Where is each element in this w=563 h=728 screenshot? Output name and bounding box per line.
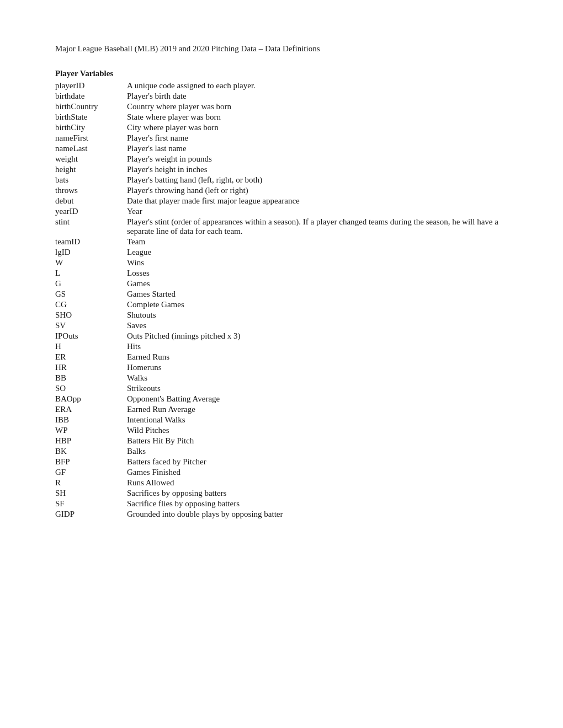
variable-name: playerID (55, 81, 127, 91)
variable-name: ERA (55, 404, 127, 415)
variable-name: IPOuts (55, 331, 127, 341)
variable-description: Player's birth date (127, 91, 508, 101)
variable-name: birthCity (55, 122, 127, 133)
table-row: HBPBatters Hit By Pitch (55, 436, 508, 446)
variable-name: BAOpp (55, 394, 127, 404)
variable-name: birthState (55, 112, 127, 122)
table-row: SHOShutouts (55, 310, 508, 320)
table-row: birthStateState where player was born (55, 112, 508, 122)
variable-name: debut (55, 196, 127, 206)
table-row: debutDate that player made first major l… (55, 196, 508, 206)
variable-description: Player's batting hand (left, right, or b… (127, 175, 508, 185)
variable-name: H (55, 341, 127, 352)
table-row: nameLastPlayer's last name (55, 143, 508, 154)
variable-name: W (55, 258, 127, 268)
variable-description: Year (127, 206, 508, 217)
variable-description: Games Finished (127, 467, 508, 478)
table-row: BKBalks (55, 446, 508, 457)
variable-description: Walks (127, 373, 508, 383)
variable-description: League (127, 247, 508, 258)
variable-description: Saves (127, 320, 508, 331)
variable-description: Batters Hit By Pitch (127, 436, 508, 446)
variable-description: Earned Run Average (127, 404, 508, 415)
variable-description: Games (127, 279, 508, 289)
variable-description: Player's last name (127, 143, 508, 154)
table-row: throwsPlayer's throwing hand (left or ri… (55, 185, 508, 196)
variable-name: BB (55, 373, 127, 383)
variable-name: nameFirst (55, 133, 127, 143)
section-heading: Player Variables (55, 69, 508, 78)
variable-description: Homeruns (127, 362, 508, 373)
variable-description: Country where player was born (127, 101, 508, 112)
variable-name: BFP (55, 457, 127, 467)
variable-description: Sacrifices by opposing batters (127, 488, 508, 499)
variable-name: WP (55, 425, 127, 436)
table-row: SOStrikeouts (55, 383, 508, 394)
page-title: Major League Baseball (MLB) 2019 and 202… (55, 44, 508, 53)
table-row: GSGames Started (55, 289, 508, 299)
table-row: WPWild Pitches (55, 425, 508, 436)
variable-name: birthCountry (55, 101, 127, 112)
variable-name: GIDP (55, 509, 127, 520)
variable-description: State where player was born (127, 112, 508, 122)
variable-description: Balks (127, 446, 508, 457)
definitions-table: playerIDA unique code assigned to each p… (55, 81, 508, 520)
variable-description: Shutouts (127, 310, 508, 320)
table-row: EREarned Runs (55, 352, 508, 362)
variable-name: lgID (55, 247, 127, 258)
variable-description: Hits (127, 341, 508, 352)
variable-description: Player's throwing hand (left or right) (127, 185, 508, 196)
variable-description: Runs Allowed (127, 478, 508, 488)
variable-name: teamID (55, 237, 127, 247)
variable-name: SF (55, 499, 127, 509)
variable-name: GS (55, 289, 127, 299)
table-row: WWins (55, 258, 508, 268)
variable-name: bats (55, 175, 127, 185)
variable-name: SV (55, 320, 127, 331)
variable-description: Grounded into double plays by opposing b… (127, 509, 508, 520)
table-row: playerIDA unique code assigned to each p… (55, 81, 508, 91)
table-row: ERAEarned Run Average (55, 404, 508, 415)
variable-description: Player's stint (order of appearances wit… (127, 217, 508, 237)
variable-name: weight (55, 154, 127, 164)
variable-name: birthdate (55, 91, 127, 101)
variable-name: CG (55, 299, 127, 310)
table-row: weightPlayer's weight in pounds (55, 154, 508, 164)
variable-description: Wins (127, 258, 508, 268)
table-row: BAOppOpponent's Batting Average (55, 394, 508, 404)
table-row: batsPlayer's batting hand (left, right, … (55, 175, 508, 185)
variable-description: Earned Runs (127, 352, 508, 362)
table-row: HHits (55, 341, 508, 352)
table-row: BFPBatters faced by Pitcher (55, 457, 508, 467)
variable-name: SHO (55, 310, 127, 320)
variable-name: nameLast (55, 143, 127, 154)
table-row: SHSacrifices by opposing batters (55, 488, 508, 499)
table-row: heightPlayer's height in inches (55, 164, 508, 175)
table-row: BBWalks (55, 373, 508, 383)
table-row: GGames (55, 279, 508, 289)
variable-description: Opponent's Batting Average (127, 394, 508, 404)
table-row: nameFirstPlayer's first name (55, 133, 508, 143)
variable-name: yearID (55, 206, 127, 217)
variable-description: City where player was born (127, 122, 508, 133)
table-row: LLosses (55, 268, 508, 279)
variable-description: Player's height in inches (127, 164, 508, 175)
variable-description: Outs Pitched (innings pitched x 3) (127, 331, 508, 341)
variable-description: Batters faced by Pitcher (127, 457, 508, 467)
variable-description: Losses (127, 268, 508, 279)
variable-name: stint (55, 217, 127, 237)
table-row: lgIDLeague (55, 247, 508, 258)
variable-description: Player's weight in pounds (127, 154, 508, 164)
table-row: birthCountryCountry where player was bor… (55, 101, 508, 112)
table-row: yearIDYear (55, 206, 508, 217)
variable-description: Wild Pitches (127, 425, 508, 436)
variable-name: GF (55, 467, 127, 478)
variable-name: throws (55, 185, 127, 196)
variable-name: height (55, 164, 127, 175)
variable-name: R (55, 478, 127, 488)
table-row: IBBIntentional Walks (55, 415, 508, 425)
table-row: HRHomeruns (55, 362, 508, 373)
variable-name: IBB (55, 415, 127, 425)
variable-description: Sacrifice flies by opposing batters (127, 499, 508, 509)
table-row: CGComplete Games (55, 299, 508, 310)
